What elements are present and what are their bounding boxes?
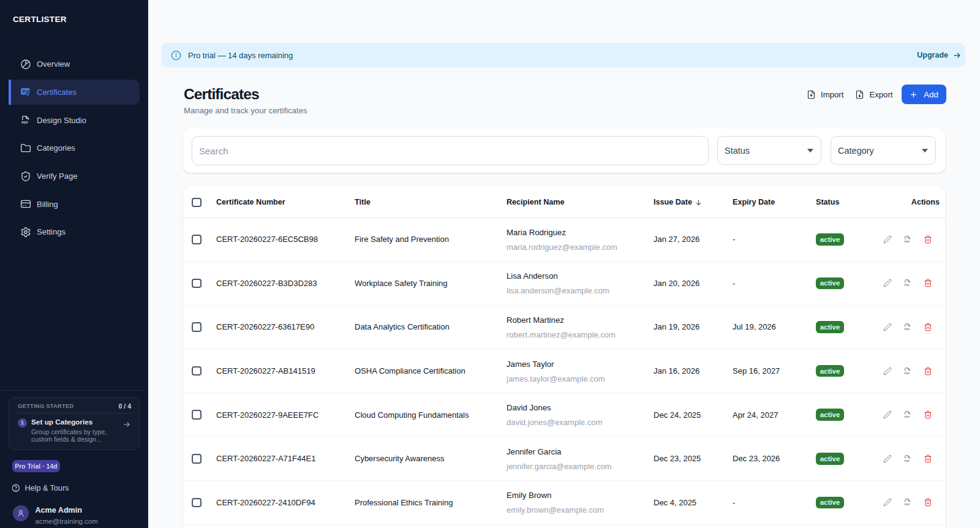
svg-text:PDF: PDF	[905, 459, 910, 462]
svg-text:PDF: PDF	[905, 328, 910, 331]
svg-text:PDF: PDF	[905, 503, 910, 506]
svg-text:PDF: PDF	[905, 284, 910, 287]
svg-text:PDF: PDF	[905, 415, 910, 418]
svg-text:PDF: PDF	[905, 240, 910, 243]
svg-text:PDF: PDF	[21, 121, 28, 125]
svg-text:PDF: PDF	[905, 372, 910, 375]
